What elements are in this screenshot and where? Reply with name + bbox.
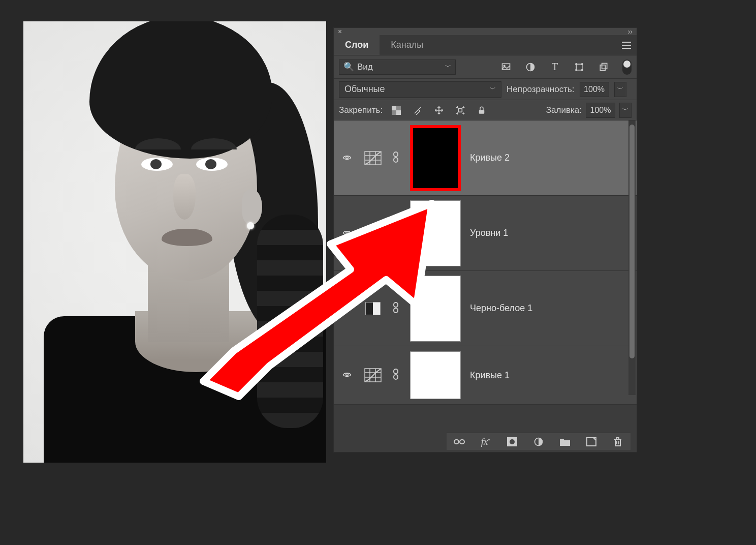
lock-fill-row: Закрепить: Заливка: 100% ﹀ [334, 100, 637, 120]
svg-point-43 [510, 439, 515, 444]
layer-name-label[interactable]: Черно-белое 1 [470, 303, 532, 314]
link-mask-icon[interactable] [392, 368, 401, 382]
fill-dropdown-icon[interactable]: ﹀ [619, 103, 632, 118]
filter-type-icon[interactable]: T [549, 62, 560, 73]
chevron-down-icon: ﹀ [490, 85, 496, 94]
layer-row[interactable]: Уровни 1 [334, 196, 637, 271]
layer-mask-thumbnail[interactable] [410, 351, 461, 399]
layer-row[interactable]: Кривые 1 [334, 346, 637, 405]
svg-rect-3 [576, 64, 582, 70]
delete-layer-icon[interactable] [612, 436, 623, 447]
link-mask-icon[interactable] [392, 301, 401, 316]
layer-filter-row: 🔍 Вид ﹀ T [334, 55, 637, 79]
svg-point-4 [576, 63, 577, 65]
scrollbar-thumb[interactable] [629, 125, 635, 358]
blend-opacity-row: Обычные ﹀ Непрозрачность: 100% ﹀ [334, 79, 637, 100]
svg-rect-40 [454, 440, 459, 444]
portrait-image [23, 21, 326, 463]
adjustment-bw-icon[interactable] [363, 300, 383, 317]
blend-mode-select[interactable]: Обычные ﹀ [339, 81, 501, 98]
svg-rect-9 [602, 63, 607, 69]
link-mask-icon[interactable] [392, 151, 401, 165]
svg-point-5 [582, 63, 583, 65]
filter-smartobject-icon[interactable] [598, 62, 609, 73]
panel-tabs: Слои Каналы [334, 35, 637, 55]
layer-mask-thumbnail[interactable] [410, 125, 461, 191]
new-group-icon[interactable] [559, 436, 571, 447]
document-canvas[interactable] [23, 21, 326, 463]
opacity-value-input[interactable]: 100% [580, 82, 609, 97]
new-layer-icon[interactable] [586, 436, 597, 447]
layers-bottom-toolbar: fx˅ [447, 433, 631, 450]
svg-rect-39 [394, 375, 398, 379]
svg-point-23 [346, 231, 349, 234]
fill-label: Заливка: [546, 105, 582, 115]
visibility-eye-icon[interactable] [341, 153, 354, 163]
link-mask-icon[interactable] [392, 226, 401, 240]
layer-row[interactable]: Кривые 2 [334, 120, 637, 196]
opacity-dropdown-icon[interactable]: ﹀ [614, 82, 626, 97]
svg-point-26 [346, 307, 349, 309]
filter-toggle[interactable] [622, 59, 632, 75]
layers-list: Кривые 2 Уровни 1 Черно-белое 1 Кривые 1 [334, 120, 637, 452]
layer-mask-thumbnail[interactable] [410, 276, 461, 342]
lock-transparency-icon[interactable] [391, 105, 402, 116]
svg-rect-11 [392, 106, 396, 110]
svg-rect-24 [394, 227, 398, 232]
svg-rect-30 [394, 302, 398, 307]
visibility-eye-icon[interactable] [341, 370, 354, 380]
layer-name-label[interactable]: Кривые 1 [470, 370, 510, 381]
layer-filter-select[interactable]: 🔍 Вид ﹀ [339, 59, 456, 75]
filter-pixel-icon[interactable] [500, 62, 512, 73]
lock-all-icon[interactable] [476, 105, 487, 116]
layers-panel: × ›› Слои Каналы 🔍 Вид ﹀ T Обычные ﹀ Неп… [333, 27, 637, 452]
tab-layers[interactable]: Слои [334, 35, 380, 55]
blend-mode-value: Обычные [344, 84, 385, 95]
svg-rect-29 [373, 302, 380, 315]
svg-rect-14 [479, 110, 485, 114]
svg-rect-12 [396, 110, 401, 115]
adjustment-curves-icon[interactable] [363, 150, 383, 166]
svg-rect-22 [394, 158, 398, 162]
lock-artboard-icon[interactable] [455, 105, 466, 116]
layer-name-label[interactable]: Кривые 2 [470, 153, 510, 163]
lock-position-icon[interactable] [433, 105, 445, 116]
layers-scrollbar[interactable] [628, 120, 636, 395]
tab-channels[interactable]: Каналы [380, 35, 434, 55]
adjustment-curves-icon[interactable] [363, 367, 383, 383]
svg-point-15 [346, 156, 349, 159]
chevron-down-icon: ﹀ [445, 63, 451, 71]
svg-rect-41 [460, 440, 464, 444]
new-adjustment-icon[interactable] [533, 436, 544, 447]
close-panel-icon[interactable]: × [338, 27, 342, 36]
opacity-label: Непрозрачность: [507, 84, 575, 95]
tab-channels-label: Каналы [391, 40, 423, 50]
panel-menu-icon[interactable] [616, 35, 637, 55]
svg-rect-21 [394, 152, 398, 157]
visibility-eye-icon[interactable] [341, 304, 354, 314]
svg-rect-38 [394, 369, 398, 374]
svg-point-6 [576, 69, 577, 71]
layer-name-label[interactable]: Уровни 1 [470, 228, 508, 238]
svg-rect-25 [394, 233, 398, 237]
lock-label: Закрепить: [339, 105, 383, 115]
search-icon: 🔍 [343, 62, 354, 72]
svg-point-32 [346, 374, 349, 376]
add-mask-icon[interactable] [507, 436, 518, 447]
link-layers-icon[interactable] [454, 436, 465, 447]
lock-pixels-icon[interactable] [412, 105, 423, 116]
svg-rect-31 [394, 308, 398, 313]
filter-adjustment-icon[interactable] [525, 62, 536, 73]
layer-row[interactable]: Черно-белое 1 [334, 271, 637, 346]
svg-point-7 [582, 69, 583, 71]
fill-value-input[interactable]: 100% [586, 103, 615, 118]
layer-filter-label: Вид [357, 62, 373, 72]
layer-mask-thumbnail[interactable] [410, 200, 461, 266]
svg-rect-28 [366, 302, 373, 315]
visibility-eye-icon[interactable] [341, 228, 354, 238]
svg-rect-13 [459, 108, 462, 112]
layer-style-icon[interactable]: fx˅ [480, 436, 491, 447]
svg-rect-8 [600, 65, 605, 70]
collapse-panel-icon[interactable]: ›› [628, 27, 633, 36]
filter-shape-icon[interactable] [574, 62, 585, 73]
